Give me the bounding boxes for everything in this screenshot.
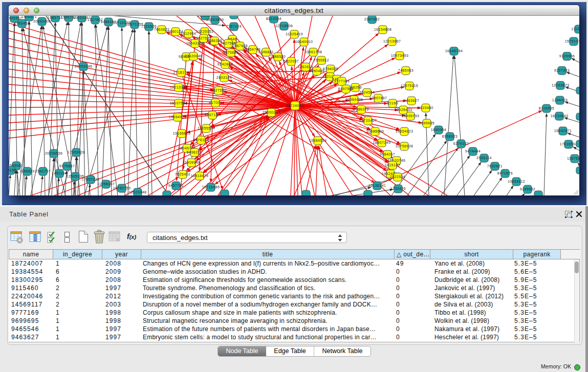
svg-text:8471676: 8471676 — [497, 171, 513, 175]
svg-text:7625402: 7625402 — [175, 172, 190, 176]
svg-text:7986372: 7986372 — [354, 107, 369, 111]
svg-text:11325419: 11325419 — [286, 32, 303, 36]
svg-text:16640910: 16640910 — [295, 40, 313, 43]
svg-text:16914479: 16914479 — [191, 174, 209, 178]
svg-text:10973493: 10973493 — [391, 54, 409, 57]
svg-text:16053809: 16053809 — [206, 18, 224, 21]
svg-text:2087682: 2087682 — [364, 17, 380, 21]
svg-text:8186328: 8186328 — [207, 39, 222, 42]
svg-text:8878334: 8878334 — [193, 138, 209, 142]
svg-text:10688609: 10688609 — [366, 129, 384, 133]
svg-text:16107554: 16107554 — [170, 101, 188, 105]
svg-text:12213967: 12213967 — [383, 39, 401, 43]
svg-text:16154808: 16154808 — [374, 28, 392, 31]
svg-text:16648784: 16648784 — [445, 49, 463, 53]
svg-text:6379197: 6379197 — [453, 142, 469, 145]
svg-text:16782759: 16782759 — [113, 186, 131, 190]
svg-text:17957223: 17957223 — [82, 178, 100, 181]
svg-text:10756928: 10756928 — [396, 144, 413, 148]
svg-text:6794028: 6794028 — [323, 67, 338, 71]
svg-text:18724007: 18724007 — [286, 104, 304, 107]
svg-text:19654923: 19654923 — [169, 115, 187, 119]
svg-text:10807487: 10807487 — [369, 96, 387, 100]
svg-text:11355594: 11355594 — [198, 126, 215, 130]
svg-text:2803144: 2803144 — [216, 76, 232, 79]
svg-text:2993458: 2993458 — [14, 21, 30, 25]
svg-text:2942757: 2942757 — [35, 169, 51, 173]
svg-text:10654112: 10654112 — [508, 180, 525, 183]
svg-text:12923448: 12923448 — [129, 190, 147, 194]
svg-text:9463627: 9463627 — [404, 99, 419, 102]
svg-text:5498222: 5498222 — [187, 150, 202, 154]
svg-text:18807249: 18807249 — [373, 141, 391, 144]
svg-text:25300203: 25300203 — [263, 111, 280, 114]
svg-text:1244419: 1244419 — [552, 98, 568, 102]
svg-text:8990448: 8990448 — [309, 69, 324, 73]
svg-text:9474444: 9474444 — [465, 149, 481, 153]
svg-text:2522534: 2522534 — [390, 175, 405, 179]
svg-text:417006: 417006 — [209, 101, 222, 104]
svg-text:1451194: 1451194 — [52, 171, 67, 175]
svg-text:7485063: 7485063 — [398, 69, 413, 72]
svg-text:9777169: 9777169 — [334, 79, 350, 83]
svg-text:3624554: 3624554 — [359, 91, 375, 94]
svg-text:1167533: 1167533 — [567, 157, 579, 160]
svg-text:1605380: 1605380 — [198, 16, 213, 17]
svg-text:9457791: 9457791 — [168, 184, 184, 187]
svg-text:1733426: 1733426 — [390, 187, 406, 190]
svg-text:20691406: 20691406 — [33, 19, 51, 23]
svg-text:15716485: 15716485 — [202, 185, 220, 189]
svg-text:19654923: 19654923 — [396, 129, 413, 133]
svg-text:13226053: 13226053 — [196, 30, 214, 33]
svg-text:2718176: 2718176 — [173, 71, 189, 74]
svg-text:16210643: 16210643 — [551, 114, 569, 118]
svg-text:1640954: 1640954 — [431, 128, 446, 132]
svg-text:5875685: 5875685 — [223, 51, 238, 54]
svg-text:19166825: 19166825 — [173, 132, 191, 135]
svg-text:10025433: 10025433 — [395, 108, 412, 112]
svg-text:2867608: 2867608 — [232, 44, 248, 48]
svg-text:11909948: 11909948 — [183, 161, 200, 164]
svg-text:2935114: 2935114 — [476, 156, 492, 160]
svg-text:9329966: 9329966 — [559, 54, 575, 58]
svg-text:15136141: 15136141 — [368, 184, 386, 187]
svg-text:16495793: 16495793 — [402, 114, 420, 118]
svg-text:9084067: 9084067 — [380, 152, 395, 156]
svg-text:8267130: 8267130 — [205, 113, 220, 117]
svg-text:20206536: 20206536 — [45, 151, 63, 155]
svg-text:7632621: 7632621 — [487, 164, 503, 168]
svg-text:8215955: 8215955 — [539, 106, 554, 110]
svg-text:8912954: 8912954 — [181, 32, 196, 35]
svg-text:9227343: 9227343 — [554, 69, 570, 72]
svg-text:15692971: 15692971 — [554, 129, 572, 133]
svg-text:19384554: 19384554 — [309, 139, 327, 142]
svg-text:9242848: 9242848 — [217, 62, 233, 66]
svg-text:15720407: 15720407 — [359, 119, 377, 122]
svg-text:8813054: 8813054 — [266, 17, 281, 20]
svg-text:1156819: 1156819 — [19, 169, 35, 173]
svg-text:16543362: 16543362 — [186, 41, 204, 45]
svg-text:9975867: 9975867 — [59, 164, 75, 168]
svg-text:62160: 62160 — [387, 101, 398, 105]
svg-text:20053346: 20053346 — [75, 64, 93, 68]
svg-text:1362615: 1362615 — [298, 65, 313, 69]
svg-text:1588520: 1588520 — [270, 55, 286, 58]
svg-text:12213369: 12213369 — [170, 85, 188, 89]
svg-text:5322037: 5322037 — [284, 59, 299, 63]
svg-text:9146821: 9146821 — [258, 50, 274, 54]
svg-text:7955812: 7955812 — [314, 58, 329, 62]
svg-text:1112845: 1112845 — [571, 27, 579, 31]
svg-text:12093873: 12093873 — [552, 83, 570, 87]
svg-text:15751074: 15751074 — [565, 39, 579, 43]
svg-text:8427552: 8427552 — [211, 89, 226, 92]
svg-text:17359928: 17359928 — [68, 150, 85, 154]
svg-text:9245652: 9245652 — [520, 187, 535, 191]
svg-text:7357224: 7357224 — [226, 25, 242, 28]
svg-text:39159: 39159 — [9, 168, 16, 172]
svg-text:12218506: 12218506 — [275, 24, 293, 28]
svg-text:10961758: 10961758 — [304, 50, 322, 54]
svg-text:11958107: 11958107 — [97, 182, 115, 186]
svg-text:7663822: 7663822 — [154, 28, 169, 31]
svg-text:1405571: 1405571 — [21, 16, 37, 18]
svg-text:12975115: 12975115 — [401, 84, 418, 87]
